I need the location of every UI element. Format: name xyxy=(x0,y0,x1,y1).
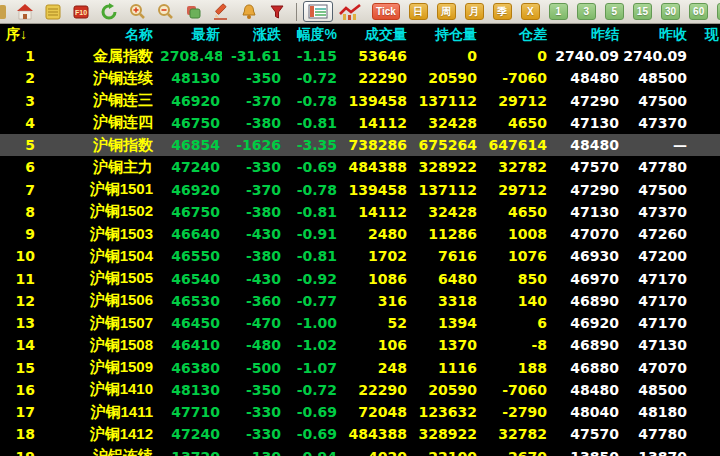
cell-num: 17 xyxy=(0,404,44,420)
refresh-icon[interactable] xyxy=(100,3,118,21)
quote-row-4[interactable]: 4沪铜连四46750-380-0.81141123242846504713047… xyxy=(0,112,720,134)
quote-row-13[interactable]: 13沪铜150746450-470-1.0052139464692047170 xyxy=(0,312,720,334)
quote-row-6[interactable]: 6沪铜主力47240-330-0.69484388328922327824757… xyxy=(0,156,720,178)
period-button-3[interactable]: 3 xyxy=(577,3,596,20)
period-button-日[interactable]: 日 xyxy=(409,3,428,20)
quote-row-18[interactable]: 18沪铜141247240-330-0.69484388328922327824… xyxy=(0,423,720,445)
cell-last: 46750 xyxy=(160,204,222,220)
quote-row-5[interactable]: 5沪铜指数46854-1626-3.3573828667526464761448… xyxy=(0,134,720,156)
zoom-in-icon[interactable] xyxy=(128,3,146,21)
cell-settle: 46880 xyxy=(549,360,621,376)
quote-table: 序↓名称最新涨跌幅度%成交量持仓量仓差昨结昨收现 1金属指数2708.48-31… xyxy=(0,24,720,456)
column-header-last[interactable]: 最新 xyxy=(160,26,222,44)
alarm-bell-icon[interactable] xyxy=(240,3,258,21)
column-header-pct[interactable]: 幅度% xyxy=(283,26,339,44)
column-header-oichg[interactable]: 仓差 xyxy=(479,26,549,44)
period-button-30[interactable]: 30 xyxy=(661,3,680,20)
cell-oi: 0 xyxy=(409,48,479,64)
quote-row-7[interactable]: 7沪铜150146920-370-0.781394581371122971247… xyxy=(0,179,720,201)
cell-vol: 248 xyxy=(339,360,409,376)
column-header-chg[interactable]: 涨跌 xyxy=(222,26,283,44)
cell-name: 沪铜1504 xyxy=(44,247,160,266)
cell-close: 48500 xyxy=(621,382,689,398)
cell-pct: -0.81 xyxy=(283,115,339,131)
cell-oi: 1394 xyxy=(409,315,479,331)
period-button-月[interactable]: 月 xyxy=(465,3,484,20)
cell-last: 46920 xyxy=(160,182,222,198)
period-button-周[interactable]: 周 xyxy=(437,3,456,20)
grid-view-icon[interactable] xyxy=(303,1,333,22)
quote-row-8[interactable]: 8沪铜150246750-380-0.811411232428465047130… xyxy=(0,201,720,223)
period-button-60[interactable]: 60 xyxy=(689,3,708,20)
column-header-settle[interactable]: 昨结 xyxy=(549,26,621,44)
period-button-1[interactable]: 1 xyxy=(549,3,568,20)
cell-pct: -0.92 xyxy=(283,271,339,287)
toolbar-separator xyxy=(296,3,297,21)
filter-funnel-icon[interactable] xyxy=(268,3,286,21)
futures-quote-window: F10 xyxy=(0,0,720,456)
cell-last: 2708.48 xyxy=(160,48,222,64)
quote-row-16[interactable]: 16沪铜141048130-350-0.722229020590-7060484… xyxy=(0,379,720,401)
cell-chg: -430 xyxy=(222,226,283,242)
column-header-num[interactable]: 序↓ xyxy=(0,26,44,44)
notepad-icon[interactable] xyxy=(44,3,62,21)
cell-oichg: 4650 xyxy=(479,115,549,131)
period-button-15[interactable]: 15 xyxy=(633,3,652,20)
f10-info-icon[interactable]: F10 xyxy=(72,3,90,21)
cell-last: 47240 xyxy=(160,426,222,442)
cell-num: 8 xyxy=(0,204,44,220)
cell-settle: 46930 xyxy=(549,248,621,264)
column-header-oi[interactable]: 持仓量 xyxy=(409,26,479,44)
quote-row-9[interactable]: 9沪铜150346640-430-0.912480112861008470704… xyxy=(0,223,720,245)
quote-row-11[interactable]: 11沪铜150546540-430-0.92108664808504697047… xyxy=(0,268,720,290)
cell-vol: 738286 xyxy=(339,137,409,153)
quote-row-1[interactable]: 1金属指数2708.48-31.61-1.1553646002740.09274… xyxy=(0,45,720,67)
quote-row-14[interactable]: 14沪铜150846410-480-1.021061370-8468904713… xyxy=(0,334,720,356)
chart-view-icon[interactable] xyxy=(339,3,363,21)
cell-num: 7 xyxy=(0,182,44,198)
cell-oi: 328922 xyxy=(409,426,479,442)
home-icon[interactable] xyxy=(16,3,34,21)
cell-name: 沪铝连续 xyxy=(44,447,160,456)
period-button-季[interactable]: 季 xyxy=(493,3,512,20)
quote-row-3[interactable]: 3沪铜连三46920-370-0.78139458137112297124729… xyxy=(0,90,720,112)
column-header-name[interactable]: 名称 xyxy=(44,26,160,44)
quote-row-2[interactable]: 2沪铜连续48130-350-0.722229020590-7060484804… xyxy=(0,67,720,89)
cell-vol: 4020 xyxy=(339,449,409,456)
period-button-tick[interactable]: Tick xyxy=(372,3,400,20)
cell-num: 12 xyxy=(0,293,44,309)
cell-oichg: -2790 xyxy=(479,404,549,420)
column-header-close[interactable]: 昨收 xyxy=(621,26,689,44)
cell-close: 47130 xyxy=(621,337,689,353)
quote-row-19[interactable]: 19沪铝连续13720-130-0.94402022100-2670138501… xyxy=(0,446,720,456)
quote-row-10[interactable]: 10沪铜150446550-380-0.81170276161076469304… xyxy=(0,245,720,267)
period-button-x[interactable]: X xyxy=(521,3,540,20)
column-header-extra[interactable]: 现 xyxy=(689,26,720,44)
cell-last: 46540 xyxy=(160,271,222,287)
cell-oi: 32428 xyxy=(409,115,479,131)
cell-num: 18 xyxy=(0,426,44,442)
column-header-vol[interactable]: 成交量 xyxy=(339,26,409,44)
cell-name: 沪铜1507 xyxy=(44,314,160,333)
zoom-out-icon[interactable] xyxy=(156,3,174,21)
layers-icon[interactable] xyxy=(184,3,202,21)
cell-name: 沪铜1411 xyxy=(44,403,160,422)
edit-pencil-icon[interactable] xyxy=(212,3,230,21)
cell-name: 沪铜1509 xyxy=(44,358,160,377)
cell-oi: 3318 xyxy=(409,293,479,309)
quote-row-17[interactable]: 17沪铜141147710-330-0.6972048123632-279048… xyxy=(0,401,720,423)
cell-oi: 675264 xyxy=(409,137,479,153)
cell-close: — xyxy=(621,137,689,153)
cell-chg: -430 xyxy=(222,271,283,287)
cell-oichg: -8 xyxy=(479,337,549,353)
cell-oi: 6480 xyxy=(409,271,479,287)
cell-vol: 2480 xyxy=(339,226,409,242)
cell-oi: 7616 xyxy=(409,248,479,264)
cell-vol: 22290 xyxy=(339,382,409,398)
quote-row-15[interactable]: 15沪铜150946380-500-1.07248111618846880470… xyxy=(0,357,720,379)
quote-table-header: 序↓名称最新涨跌幅度%成交量持仓量仓差昨结昨收现 xyxy=(0,24,720,45)
period-button-5[interactable]: 5 xyxy=(605,3,624,20)
toolbar: F10 xyxy=(0,0,720,24)
quote-row-12[interactable]: 12沪铜150646530-360-0.77316331814046890471… xyxy=(0,290,720,312)
clipped-icon[interactable] xyxy=(0,3,6,21)
